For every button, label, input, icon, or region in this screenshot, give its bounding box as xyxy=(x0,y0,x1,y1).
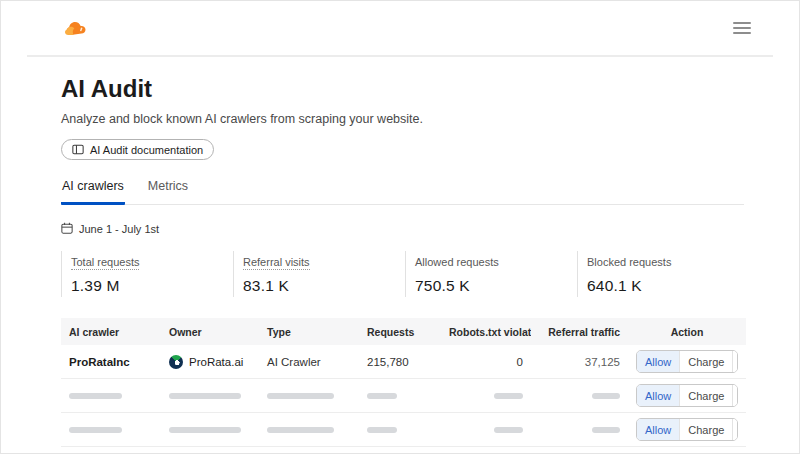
date-range[interactable]: June 1 - July 1st xyxy=(61,222,744,236)
block-button[interactable]: Block xyxy=(732,419,738,440)
skeleton-cell xyxy=(61,393,161,399)
skeleton-bar xyxy=(494,393,523,399)
stat-referral-visits: Referral visits83.1 K xyxy=(233,251,405,297)
skeleton-cell xyxy=(441,427,531,433)
allow-button[interactable]: Allow xyxy=(637,419,679,440)
date-range-label: June 1 - July 1st xyxy=(79,223,159,235)
block-button[interactable]: Block xyxy=(732,351,738,372)
stat-value: 640.1 K xyxy=(587,277,749,295)
skeleton-cell xyxy=(359,427,441,433)
violations-value: 0 xyxy=(441,356,531,368)
skeleton-bar xyxy=(267,427,334,433)
tab-ai-crawlers[interactable]: AI crawlers xyxy=(61,175,125,205)
charge-button[interactable]: Charge xyxy=(679,419,732,440)
skeleton-cell xyxy=(259,427,359,433)
block-button[interactable]: Block xyxy=(732,385,738,406)
stat-label: Total requests xyxy=(71,256,139,270)
crawler-type: AI Crawler xyxy=(259,356,359,368)
hamburger-menu-icon[interactable] xyxy=(729,18,755,38)
crawler-name: ProRataInc xyxy=(61,356,161,368)
prorata-logo-icon xyxy=(169,355,183,369)
action-cell: AllowChargeBlock xyxy=(628,350,746,373)
owner-label: ProRata.ai xyxy=(189,356,243,368)
tab-bar: AI crawlersMetrics xyxy=(61,175,744,205)
page-title: AI Audit xyxy=(61,75,744,103)
tab-metrics[interactable]: Metrics xyxy=(147,175,189,205)
column-header-action: Action xyxy=(628,326,746,338)
skeleton-bar xyxy=(169,393,241,399)
main-content: AI Audit Analyze and block known AI craw… xyxy=(1,57,799,447)
action-segmented-control: AllowChargeBlock xyxy=(636,350,738,373)
column-header-requests: Requests xyxy=(359,326,441,338)
stat-total-requests: Total requests1.39 M xyxy=(61,251,233,297)
table-header-row: AI crawlerOwnerTypeRequestsRobots.txt vi… xyxy=(61,318,746,345)
action-segmented-control: AllowChargeBlock xyxy=(636,418,738,441)
skeleton-cell xyxy=(531,427,628,433)
skeleton-bar xyxy=(494,427,523,433)
app-window: AI Audit Analyze and block known AI craw… xyxy=(0,0,800,454)
skeleton-cell xyxy=(259,393,359,399)
stat-label: Allowed requests xyxy=(415,256,499,269)
stat-allowed-requests: Allowed requests750.5 K xyxy=(405,251,577,297)
charge-button[interactable]: Charge xyxy=(679,351,732,372)
stat-label: Referral visits xyxy=(243,256,310,270)
doc-button-label: AI Audit documentation xyxy=(90,144,203,156)
skeleton-bar xyxy=(592,427,620,433)
stat-blocked-requests: Blocked requests640.1 K xyxy=(577,251,749,297)
skeleton-cell xyxy=(161,427,259,433)
cloudflare-logo-icon[interactable] xyxy=(61,18,97,38)
allow-button[interactable]: Allow xyxy=(637,351,679,372)
stat-label: Blocked requests xyxy=(587,256,671,269)
skeleton-cell xyxy=(359,393,441,399)
column-header-type: Type xyxy=(259,326,359,338)
charge-button[interactable]: Charge xyxy=(679,385,732,406)
owner-cell: ProRata.ai xyxy=(161,355,259,369)
ai-audit-documentation-button[interactable]: AI Audit documentation xyxy=(61,139,214,160)
referral-traffic-value: 37,125 xyxy=(531,356,628,368)
skeleton-bar xyxy=(69,427,122,433)
skeleton-cell xyxy=(531,393,628,399)
skeleton-bar xyxy=(267,393,334,399)
table-row: ProRataIncProRata.aiAI Crawler215,780037… xyxy=(61,345,746,379)
action-cell: AllowChargeBlock xyxy=(628,384,746,407)
book-icon xyxy=(72,144,84,155)
skeleton-bar xyxy=(592,393,620,399)
stats-row: Total requests1.39 MReferral visits83.1 … xyxy=(61,251,744,297)
page-subtitle: Analyze and block known AI crawlers from… xyxy=(61,112,744,126)
stat-value: 83.1 K xyxy=(243,277,405,295)
skeleton-bar xyxy=(367,427,397,433)
skeleton-cell xyxy=(61,427,161,433)
table-row: AllowChargeBlock xyxy=(61,413,746,447)
column-header-ai-crawler: AI crawler xyxy=(61,326,161,338)
top-bar xyxy=(1,1,799,55)
skeleton-cell xyxy=(161,393,259,399)
table-row: AllowChargeBlock xyxy=(61,379,746,413)
requests-value: 215,780 xyxy=(359,356,441,368)
crawler-table: AI crawlerOwnerTypeRequestsRobots.txt vi… xyxy=(61,318,746,447)
allow-button[interactable]: Allow xyxy=(637,385,679,406)
skeleton-bar xyxy=(169,427,241,433)
skeleton-bar xyxy=(69,393,122,399)
stat-value: 1.39 M xyxy=(71,277,233,295)
action-segmented-control: AllowChargeBlock xyxy=(636,384,738,407)
table-body: ProRataIncProRata.aiAI Crawler215,780037… xyxy=(61,345,746,447)
action-cell: AllowChargeBlock xyxy=(628,418,746,441)
stat-value: 750.5 K xyxy=(415,277,577,295)
calendar-icon xyxy=(61,222,73,236)
column-header-robots-txt-violations: Robots.txt violations xyxy=(441,326,531,338)
skeleton-bar xyxy=(367,393,397,399)
column-header-owner: Owner xyxy=(161,326,259,338)
skeleton-cell xyxy=(441,393,531,399)
column-header-referral-traffic: Referral traffic xyxy=(531,326,628,338)
